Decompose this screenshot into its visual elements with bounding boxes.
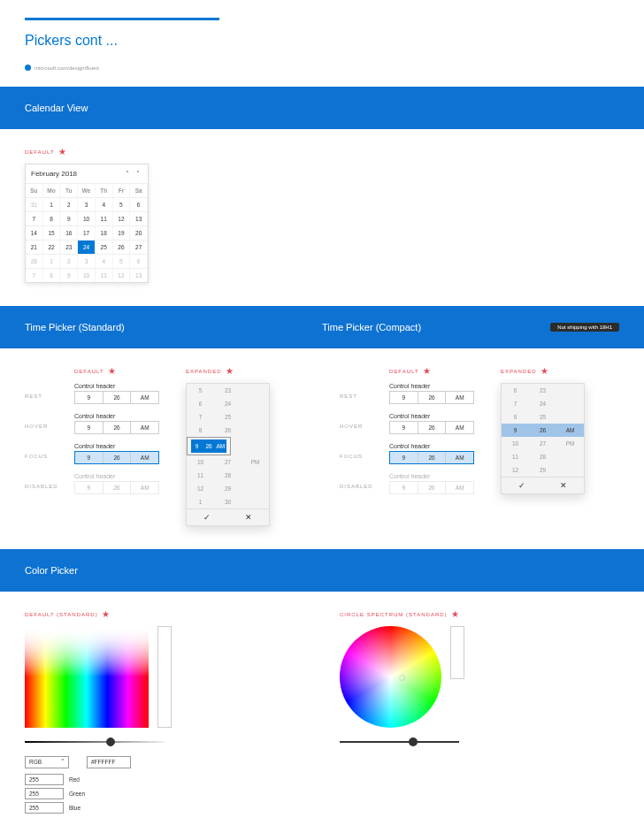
calendar-day[interactable]: 2 [60, 254, 78, 268]
cancel-button[interactable]: ✕ [543, 478, 585, 493]
time-minute[interactable]: 26 [418, 392, 447, 403]
chevron-down-icon[interactable]: ˅ [134, 170, 142, 178]
time-option[interactable]: 11 [502, 450, 529, 463]
time-option[interactable] [242, 469, 269, 482]
time-hour[interactable]: 9 [390, 392, 418, 403]
calendar-day[interactable]: 3 [78, 254, 96, 268]
time-minute[interactable]: 26 [418, 452, 447, 463]
time-option[interactable]: 25 [529, 410, 556, 424]
source-link[interactable]: microsoft.com/design/fluent [25, 65, 644, 71]
time-option[interactable]: AM [556, 424, 584, 437]
time-option[interactable]: 10 [502, 437, 529, 450]
hex-input[interactable]: #FFFFFF [87, 756, 131, 768]
calendar-day[interactable]: 8 [43, 268, 61, 282]
time-option[interactable]: 28 [529, 450, 556, 463]
time-ampm[interactable]: AM [131, 392, 158, 403]
calendar-day[interactable]: 12 [113, 211, 131, 225]
time-picker-compact-expanded[interactable]: 623724825926AM1027PM11281229 ✓ ✕ [501, 383, 585, 494]
time-option[interactable] [242, 495, 269, 508]
calendar-day[interactable]: 28 [26, 254, 43, 268]
calendar-day[interactable]: 13 [130, 268, 148, 282]
time-option[interactable] [556, 397, 584, 410]
time-option[interactable]: 6 [502, 384, 529, 397]
time-picker[interactable]: 926AM [389, 391, 474, 404]
time-option[interactable]: 8 [502, 410, 529, 424]
time-picker[interactable]: 926AM [74, 421, 159, 434]
time-minute[interactable]: 26 [104, 452, 132, 463]
calendar-day[interactable]: 24 [78, 240, 96, 254]
time-option[interactable]: 23 [214, 384, 242, 397]
calendar-day[interactable]: 1 [43, 254, 61, 268]
time-option[interactable] [242, 384, 269, 397]
time-minute[interactable]: 26 [418, 422, 447, 433]
calendar-day[interactable]: 1 [43, 197, 61, 211]
time-picker[interactable]: 926AM [74, 391, 159, 404]
time-option[interactable] [242, 410, 269, 424]
calendar-day[interactable]: 6 [130, 254, 148, 268]
calendar-month[interactable]: February 2018 [31, 170, 77, 178]
calendar-day[interactable]: 3 [78, 197, 96, 211]
value-slider[interactable] [25, 737, 165, 747]
time-option[interactable]: 12 [502, 463, 529, 477]
calendar-day[interactable]: 10 [78, 268, 96, 282]
time-picker-expanded[interactable]: 523624725826926AM1027PM11281229130 ✓ ✕ [186, 383, 270, 526]
blue-input[interactable]: 255 [25, 802, 64, 814]
calendar-day[interactable]: 7 [26, 211, 43, 225]
calendar-day[interactable]: 11 [96, 211, 113, 225]
value-slider[interactable] [340, 737, 459, 747]
time-ampm[interactable]: AM [446, 392, 473, 403]
time-picker[interactable]: 926AM [389, 421, 474, 434]
time-ampm[interactable]: AM [131, 452, 158, 463]
time-option[interactable]: 29 [529, 463, 556, 477]
calendar-day[interactable]: 16 [60, 225, 78, 240]
time-hour[interactable]: 9 [75, 392, 104, 403]
calendar-day[interactable]: 9 [60, 211, 78, 225]
calendar-day[interactable]: 9 [60, 268, 78, 282]
time-option[interactable] [556, 410, 584, 424]
time-option[interactable] [556, 450, 584, 463]
calendar-day[interactable]: 25 [96, 240, 113, 254]
time-minute[interactable]: 26 [104, 422, 132, 433]
time-option[interactable]: 30 [214, 495, 242, 508]
time-option[interactable]: 28 [214, 469, 242, 482]
calendar-day[interactable]: 18 [96, 225, 113, 240]
time-option[interactable]: 26 [203, 439, 214, 453]
time-option[interactable]: 11 [187, 469, 214, 482]
time-option[interactable]: 24 [529, 397, 556, 410]
color-spectrum[interactable] [25, 626, 149, 728]
calendar-day[interactable]: 23 [60, 240, 78, 254]
time-option[interactable]: 7 [187, 410, 214, 424]
time-ampm[interactable]: AM [131, 422, 158, 433]
time-picker[interactable]: 926AM [389, 451, 474, 464]
calendar-view[interactable]: February 2018 ˄ ˅ SuMoTuWeThFrSa31123456… [25, 164, 149, 283]
time-option[interactable] [556, 384, 584, 397]
red-input[interactable]: 255 [25, 774, 64, 785]
calendar-day[interactable]: 7 [26, 268, 43, 282]
time-option[interactable]: 29 [214, 482, 242, 495]
calendar-day[interactable]: 27 [130, 240, 148, 254]
time-hour[interactable]: 9 [75, 422, 104, 433]
time-ampm[interactable]: AM [446, 452, 473, 463]
calendar-day[interactable]: 4 [96, 254, 113, 268]
calendar-day[interactable]: 14 [26, 225, 43, 240]
cancel-button[interactable]: ✕ [228, 509, 270, 525]
time-hour[interactable]: 9 [390, 422, 418, 433]
time-option[interactable]: 12 [187, 482, 214, 495]
time-option[interactable]: 6 [187, 397, 214, 410]
chevron-up-icon[interactable]: ˄ [123, 170, 132, 178]
accept-button[interactable]: ✓ [502, 478, 543, 493]
calendar-day[interactable]: 10 [78, 211, 96, 225]
time-option[interactable]: 5 [187, 384, 214, 397]
slider-thumb[interactable] [409, 737, 418, 746]
time-option[interactable]: 23 [529, 384, 556, 397]
calendar-day[interactable]: 6 [130, 197, 148, 211]
calendar-day[interactable]: 20 [130, 225, 148, 240]
calendar-day[interactable]: 31 [26, 197, 43, 211]
time-option[interactable]: 9 [191, 439, 203, 453]
time-option[interactable]: 8 [187, 424, 214, 437]
green-input[interactable]: 255 [25, 788, 64, 799]
calendar-day[interactable]: 5 [113, 254, 131, 268]
time-ampm[interactable]: AM [446, 422, 473, 433]
time-option[interactable] [242, 482, 269, 495]
calendar-day[interactable]: 2 [60, 197, 78, 211]
